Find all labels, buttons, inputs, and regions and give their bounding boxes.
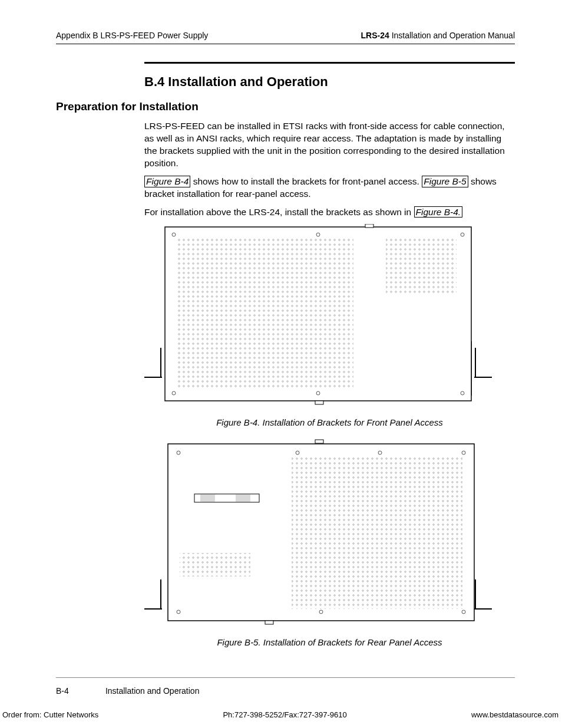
footer-order: Order from: Cutter Networks xyxy=(2,710,98,719)
figure-caption: Figure B-4. Installation of Brackets for… xyxy=(144,417,515,427)
header-left: Appendix B LRS-PS-FEED Power Supply xyxy=(56,31,208,40)
svg-rect-7 xyxy=(386,239,457,295)
figure-ref-link[interactable]: Figure B-4 xyxy=(144,176,190,187)
page-footer: B-4 Installation and Operation xyxy=(56,686,199,696)
svg-rect-24 xyxy=(200,495,215,502)
footer-section: Installation and Operation xyxy=(105,686,200,696)
paragraph: LRS-PS-FEED can be installed in ETSI rac… xyxy=(144,120,515,170)
footer-rule xyxy=(56,677,515,678)
footer-url: www.bestdatasource.com xyxy=(471,710,558,719)
svg-rect-15 xyxy=(315,401,323,404)
paragraph: For installation above the LRS-24, insta… xyxy=(144,206,515,219)
figure-caption: Figure B-5. Installation of Brackets for… xyxy=(144,637,515,647)
svg-rect-6 xyxy=(177,239,353,389)
running-header: Appendix B LRS-PS-FEED Power Supply LRS-… xyxy=(56,31,515,42)
figure-b4 xyxy=(144,224,515,413)
svg-rect-34 xyxy=(265,621,273,624)
svg-rect-25 xyxy=(236,495,250,502)
header-rule xyxy=(56,44,515,44)
svg-rect-33 xyxy=(315,440,323,443)
svg-rect-14 xyxy=(365,224,373,228)
figure-b5 xyxy=(144,438,515,633)
figure-ref-link[interactable]: Figure B-5 xyxy=(422,176,468,187)
page-number: B-4 xyxy=(56,686,103,696)
section-title: B.4 Installation and Operation xyxy=(144,74,515,90)
svg-rect-22 xyxy=(180,553,250,577)
paragraph: Figure B-4 shows how to install the brac… xyxy=(144,176,515,200)
subsection-title: Preparation for Installation xyxy=(56,100,515,113)
body-text: LRS-PS-FEED can be installed in ETSI rac… xyxy=(144,120,515,218)
svg-rect-21 xyxy=(292,456,462,609)
figure-ref-link[interactable]: Figure B-4. xyxy=(414,206,463,218)
section-rule xyxy=(144,62,515,64)
vendor-footer: Order from: Cutter Networks Ph:727-398-5… xyxy=(0,710,562,719)
footer-phone: Ph:727-398-5252/Fax:727-397-9610 xyxy=(223,710,346,719)
header-right: LRS-24 Installation and Operation Manual xyxy=(361,31,515,40)
